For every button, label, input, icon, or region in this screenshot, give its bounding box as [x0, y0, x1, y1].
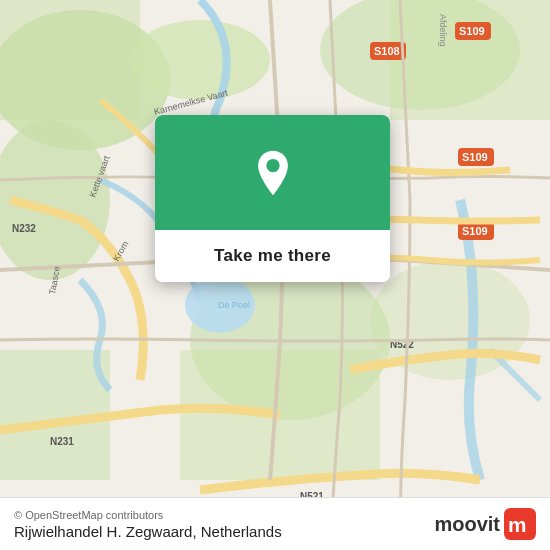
- moovit-logo: moovit m: [434, 508, 536, 540]
- location-pin-icon: [249, 149, 297, 197]
- svg-text:N231: N231: [50, 436, 74, 447]
- svg-rect-3: [0, 0, 140, 120]
- svg-text:S109: S109: [462, 225, 488, 237]
- bottom-left: © OpenStreetMap contributors Rijwielhand…: [14, 509, 282, 540]
- svg-text:S109: S109: [459, 25, 485, 37]
- svg-point-31: [266, 158, 279, 171]
- take-me-there-button[interactable]: Take me there: [155, 230, 390, 282]
- bottom-bar: © OpenStreetMap contributors Rijwielhand…: [0, 497, 550, 550]
- svg-text:N232: N232: [12, 223, 36, 234]
- popup-card: Take me there: [155, 115, 390, 282]
- popup-green-area: [155, 115, 390, 230]
- svg-text:Afdeling: Afdeling: [438, 14, 448, 47]
- svg-rect-6: [390, 0, 550, 120]
- moovit-text: moovit: [434, 513, 500, 536]
- map-container: N232 N231 N521 N522 S108 S109 S109 S109: [0, 0, 550, 550]
- moovit-icon: m: [504, 508, 536, 540]
- svg-text:De Poel: De Poel: [218, 300, 250, 310]
- copyright-text: © OpenStreetMap contributors: [14, 509, 282, 521]
- svg-text:S109: S109: [462, 151, 488, 163]
- svg-text:m: m: [508, 513, 527, 536]
- svg-text:S108: S108: [374, 45, 400, 57]
- location-name: Rijwielhandel H. Zegwaard, Netherlands: [14, 523, 282, 540]
- svg-point-4: [130, 20, 270, 100]
